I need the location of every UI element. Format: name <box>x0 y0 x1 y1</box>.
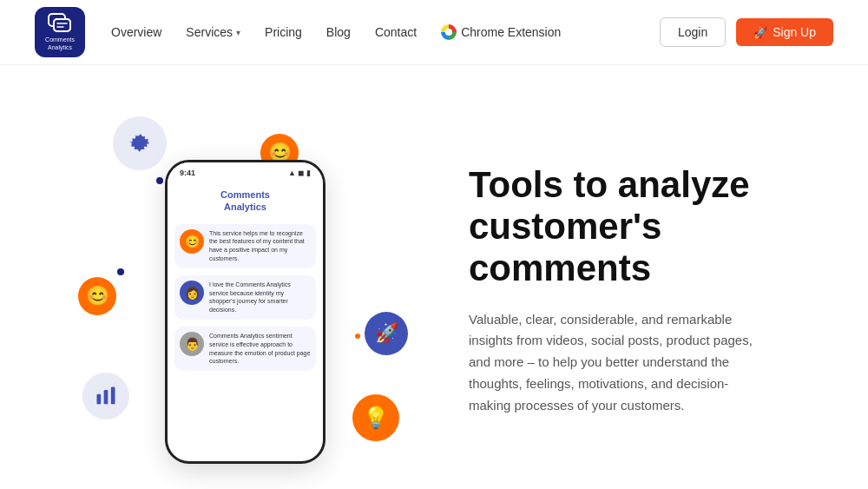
smile-left-icon: 😊 <box>86 285 109 307</box>
comment-card-1: 😊 This service helps me to recognize the… <box>174 224 316 268</box>
bulb-circle: 💡 <box>352 394 399 441</box>
hero-section: 😊 😊 🚀 💡 9:41 ▲ ◼ ▮ <box>0 65 868 489</box>
dot-1 <box>156 177 163 184</box>
phone-mockup: 9:41 ▲ ◼ ▮ Comments Analytics 😊 This ser… <box>165 160 326 464</box>
rocket-float-icon: 🚀 <box>375 322 398 345</box>
logo[interactable]: Comments Analytics <box>35 7 85 57</box>
comment-text-1: This service helps me to recognize the b… <box>209 229 311 263</box>
nav-contact[interactable]: Contact <box>375 25 417 39</box>
svg-rect-5 <box>111 387 115 405</box>
rocket-icon: 🚀 <box>753 26 767 39</box>
svg-rect-2 <box>54 19 70 31</box>
nav-services[interactable]: Services ▾ <box>186 25 240 39</box>
hero-visual: 😊 😊 🚀 💡 9:41 ▲ ◼ ▮ <box>69 108 434 472</box>
svg-rect-3 <box>97 394 102 405</box>
avatar-3: 👨 <box>180 332 204 356</box>
comment-text-2: I love the Comments Analytics service be… <box>209 281 311 314</box>
nav-chrome-extension[interactable]: Chrome Extension <box>441 24 561 40</box>
comment-card-2: 👩 I love the Comments Analytics service … <box>174 275 316 320</box>
navbar: Comments Analytics Overview Services ▾ P… <box>0 0 868 65</box>
phone-time: 9:41 <box>180 169 195 177</box>
phone-content: 😊 This service helps me to recognize the… <box>168 219 323 461</box>
logo-icon <box>48 13 72 35</box>
smile-left-circle: 😊 <box>78 277 116 315</box>
gear-icon <box>127 130 153 156</box>
nav-overview[interactable]: Overview <box>111 25 161 39</box>
phone-status-icons: ▲ ◼ ▮ <box>288 169 311 177</box>
chevron-down-icon: ▾ <box>236 28 240 37</box>
phone-app-title: Comments Analytics <box>168 188 323 214</box>
login-button[interactable]: Login <box>660 17 726 47</box>
gear-circle <box>113 116 167 170</box>
phone-app-header: Comments Analytics <box>168 183 323 219</box>
logo-text: Comments Analytics <box>45 36 75 51</box>
comment-card-3: 👨 Comments Analytics sentiment service i… <box>174 327 316 371</box>
nav-buttons: Login 🚀 Sign Up <box>660 17 833 47</box>
hero-description: Valuable, clear, considerable, and remar… <box>469 309 755 417</box>
avatar-1: 😊 <box>180 229 204 254</box>
dot-5 <box>355 334 360 339</box>
nav-blog[interactable]: Blog <box>326 25 351 39</box>
hero-headline: Tools to analyze customer's comments <box>469 164 799 290</box>
phone-top-bar: 9:41 ▲ ◼ ▮ <box>168 162 323 183</box>
comment-text-3: Comments Analytics sentiment service is … <box>209 332 311 366</box>
nav-links: Overview Services ▾ Pricing Blog Contact… <box>111 24 660 40</box>
svg-rect-4 <box>104 390 108 404</box>
signup-button[interactable]: 🚀 Sign Up <box>736 18 833 46</box>
dot-4 <box>117 268 124 275</box>
hero-text: Tools to analyze customer's comments Val… <box>434 164 799 417</box>
avatar-2: 👩 <box>180 281 204 305</box>
bulb-icon: 💡 <box>363 406 389 430</box>
chrome-icon <box>441 24 457 40</box>
nav-pricing[interactable]: Pricing <box>265 25 302 39</box>
chart-icon <box>94 384 118 408</box>
chart-circle <box>82 373 129 420</box>
rocket-circle: 🚀 <box>365 312 408 355</box>
